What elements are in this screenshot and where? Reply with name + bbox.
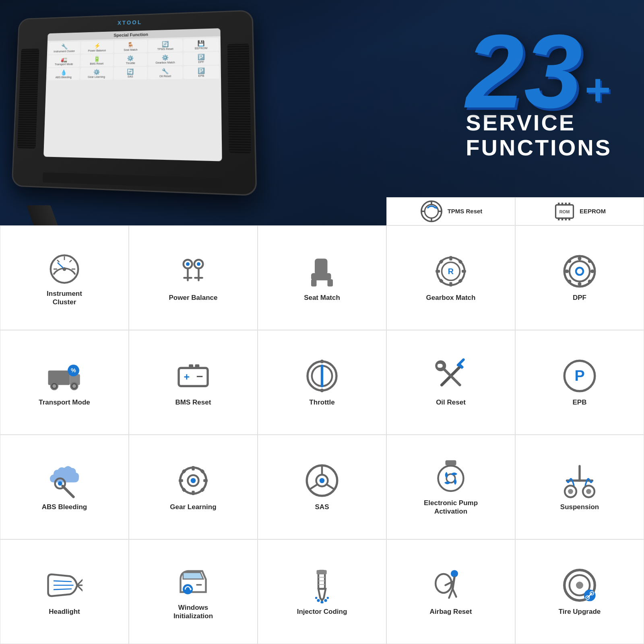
grid-cell-tpms-reset[interactable]: TPMS Reset	[386, 197, 515, 225]
grid-cell-bms-reset[interactable]: + − BMS Reset	[129, 330, 258, 435]
transport-mode-label: Transport Mode	[39, 398, 90, 407]
grid-cell-gearbox-match[interactable]: R Gearbox Match	[386, 225, 515, 330]
grid-cell-headlight[interactable]: Headlight	[0, 539, 129, 644]
svg-line-117	[77, 585, 83, 591]
svg-line-104	[326, 484, 334, 489]
svg-rect-34	[311, 273, 331, 281]
grid-cell-windows-init[interactable]: WindowsInitialization	[129, 539, 258, 644]
gearbox-match-label: Gearbox Match	[426, 293, 476, 302]
abs-bleeding-label: ABS Bleeding	[42, 503, 87, 511]
svg-text:P: P	[574, 367, 584, 384]
grid-cell-gear-learning[interactable]: Gear Learning	[129, 435, 258, 539]
svg-rect-68	[189, 365, 193, 369]
grid-cell-injector-coding[interactable]: Injector Coding	[258, 539, 386, 644]
svg-point-134	[451, 570, 458, 578]
grid-cell-instrument-cluster[interactable]: InstrumentCluster	[0, 225, 129, 330]
svg-point-58	[588, 280, 592, 283]
eeprom-label: EEPROM	[580, 208, 606, 215]
grid-cell-transport-mode[interactable]: % Transport Mode	[0, 330, 129, 435]
bms-reset-label: BMS Reset	[175, 398, 211, 407]
svg-point-129	[315, 597, 317, 599]
injector-coding-icon	[304, 567, 340, 603]
power-balance-icon	[175, 253, 211, 289]
svg-point-128	[324, 599, 327, 602]
svg-text:−: −	[196, 370, 203, 383]
oil-reset-icon	[433, 358, 469, 394]
svg-point-64	[72, 384, 76, 388]
svg-point-76	[320, 389, 324, 392]
svg-point-101	[320, 478, 325, 483]
svg-rect-15	[565, 217, 567, 220]
speaker-left	[17, 49, 39, 149]
svg-point-130	[327, 597, 329, 599]
svg-rect-69	[195, 365, 200, 369]
dpf-label: DPF	[573, 293, 586, 302]
svg-line-22	[57, 260, 59, 262]
svg-point-142	[576, 582, 583, 589]
suspension-icon	[561, 462, 598, 499]
svg-line-120	[54, 589, 72, 590]
svg-point-50	[576, 268, 583, 275]
transport-mode-icon: %	[46, 358, 83, 394]
svg-rect-107	[446, 460, 456, 465]
svg-text:%: %	[71, 367, 76, 374]
grid-cell-power-balance[interactable]: Power Balance	[129, 225, 258, 330]
grid-cell-oil-reset[interactable]: Oil Reset	[386, 330, 515, 435]
svg-point-126	[317, 599, 320, 602]
device-screen: Special Function 🔧Instrument Cluster ⚡Po…	[43, 28, 222, 161]
grid-cell-suspension[interactable]: Suspension	[515, 435, 644, 539]
svg-rect-125	[317, 570, 327, 575]
electronic-pump-icon	[433, 458, 469, 495]
svg-point-62	[52, 384, 56, 388]
grid-cell-tire-upgrade[interactable]: Tire Upgrade	[515, 539, 644, 644]
gear-learning-label: Gear Learning	[170, 503, 216, 511]
eeprom-icon: ROM	[553, 200, 576, 223]
svg-point-127	[320, 601, 323, 603]
svg-rect-33	[315, 259, 328, 275]
bms-reset-icon: + −	[175, 358, 211, 394]
grid-cell-electronic-pump[interactable]: Electronic PumpActivation	[386, 435, 515, 539]
svg-text:ROM: ROM	[559, 209, 570, 214]
svg-rect-14	[561, 217, 563, 220]
windows-init-icon	[175, 563, 211, 599]
svg-text:+: +	[184, 371, 190, 382]
svg-rect-16	[568, 217, 570, 220]
epb-icon: P	[561, 358, 598, 394]
brand-logo: XTOOL	[118, 19, 142, 26]
svg-rect-35	[311, 279, 317, 287]
oil-reset-label: Oil Reset	[436, 398, 466, 407]
grid-cell-throttle[interactable]: Throttle	[258, 330, 386, 435]
speaker-right	[227, 43, 251, 153]
svg-rect-13	[558, 217, 559, 220]
grid-cell-dpf[interactable]: DPF	[515, 225, 644, 330]
hero-section: XTOOL Special Function 🔧Instrument Clust…	[0, 0, 644, 225]
svg-line-103	[310, 484, 318, 489]
suspension-label: Suspension	[560, 503, 599, 511]
headlight-label: Headlight	[49, 607, 80, 616]
grid-cell-seat-match[interactable]: Seat Match	[258, 225, 386, 330]
grid-cell-airbag-reset[interactable]: Airbag Reset	[386, 539, 515, 644]
grid-cell-abs-bleeding[interactable]: ABS Bleeding	[0, 435, 129, 539]
grid-cell-sas[interactable]: SAS	[258, 435, 386, 539]
svg-rect-41	[436, 270, 440, 273]
svg-rect-39	[449, 256, 452, 261]
instrument-cluster-label: InstrumentCluster	[47, 289, 82, 307]
svg-point-105	[438, 466, 464, 491]
svg-point-90	[191, 478, 196, 483]
svg-rect-40	[449, 282, 452, 287]
svg-point-49	[570, 261, 590, 281]
svg-point-87	[58, 481, 62, 486]
promo-plus: +	[584, 65, 610, 114]
svg-line-118	[54, 581, 72, 582]
promo-number: 23	[466, 24, 582, 118]
grid-cell-epb[interactable]: P EPB	[515, 330, 644, 435]
device-image: XTOOL Special Function 🔧Instrument Clust…	[8, 12, 258, 221]
svg-point-54	[590, 270, 594, 273]
windows-init-label: WindowsInitialization	[173, 603, 213, 621]
svg-rect-93	[179, 479, 183, 482]
throttle-label: Throttle	[309, 398, 334, 407]
svg-rect-94	[203, 479, 208, 482]
svg-line-135	[453, 578, 455, 589]
svg-point-32	[197, 262, 200, 266]
grid-cell-eeprom[interactable]: ROM EEPROM	[515, 197, 644, 225]
